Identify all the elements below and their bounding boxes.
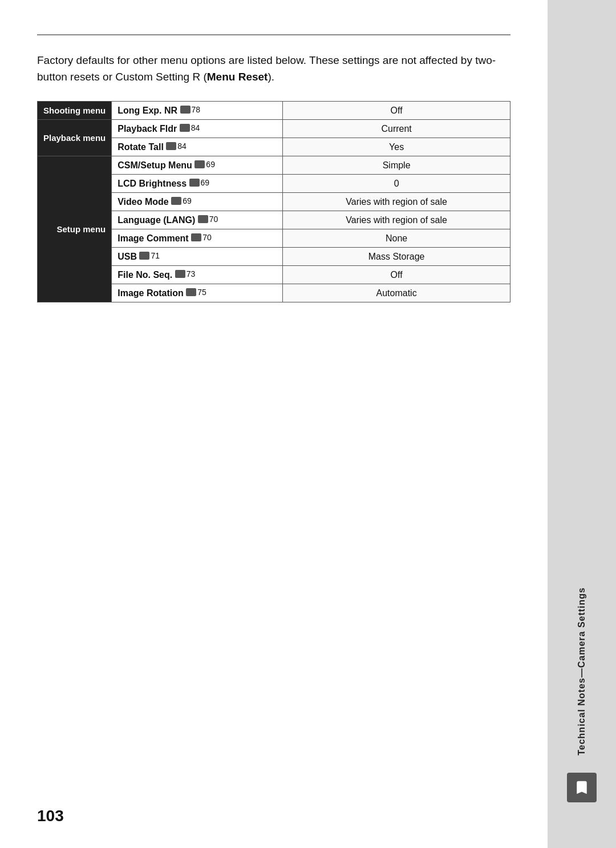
sidebar-label: Technical Notes—Camera Settings	[577, 587, 587, 756]
option-usb: USB 71	[112, 248, 283, 266]
option-video-mode: Video Mode 69	[112, 193, 283, 211]
option-long-exp: Long Exp. NR 78	[112, 102, 283, 120]
page-number: 103	[37, 807, 64, 825]
value-csm-setup: Simple	[283, 156, 510, 175]
option-lcd-brightness: LCD Brightness 69	[112, 175, 283, 193]
value-lcd-brightness: 0	[283, 175, 510, 193]
value-image-rotation: Automatic	[283, 284, 510, 302]
option-file-no-seq: File No. Seq. 73	[112, 266, 283, 284]
value-long-exp: Off	[283, 102, 510, 120]
value-file-no-seq: Off	[283, 266, 510, 284]
settings-table: Shooting menu Long Exp. NR 78 Off Playba…	[37, 101, 510, 302]
value-usb: Mass Storage	[283, 248, 510, 266]
option-image-rotation: Image Rotation 75	[112, 284, 283, 302]
value-image-comment: None	[283, 229, 510, 248]
page-content: Factory defaults for other menu options …	[0, 0, 548, 848]
intro-paragraph: Factory defaults for other menu options …	[37, 53, 510, 85]
option-csm-setup: CSM/Setup Menu 69	[112, 156, 283, 175]
value-playback-fldr: Current	[283, 120, 510, 138]
menu-label-setup: Setup menu	[38, 156, 112, 302]
menu-label-shooting: Shooting menu	[38, 102, 112, 120]
option-image-comment: Image Comment 70	[112, 229, 283, 248]
sidebar-bookmark-icon	[567, 773, 597, 802]
table-row: Playback menu Playback Fldr 84 Current	[38, 120, 510, 138]
table-row: Setup menu CSM/Setup Menu 69 Simple	[38, 156, 510, 175]
value-rotate-tall: Yes	[283, 138, 510, 156]
sidebar-right: Technical Notes—Camera Settings	[548, 0, 616, 848]
menu-label-playback: Playback menu	[38, 120, 112, 156]
option-playback-fldr: Playback Fldr 84	[112, 120, 283, 138]
option-language: Language (LANG) 70	[112, 211, 283, 229]
top-divider	[37, 34, 510, 35]
value-language: Varies with region of sale	[283, 211, 510, 229]
value-video-mode: Varies with region of sale	[283, 193, 510, 211]
option-rotate-tall: Rotate Tall 84	[112, 138, 283, 156]
table-row: Shooting menu Long Exp. NR 78 Off	[38, 102, 510, 120]
